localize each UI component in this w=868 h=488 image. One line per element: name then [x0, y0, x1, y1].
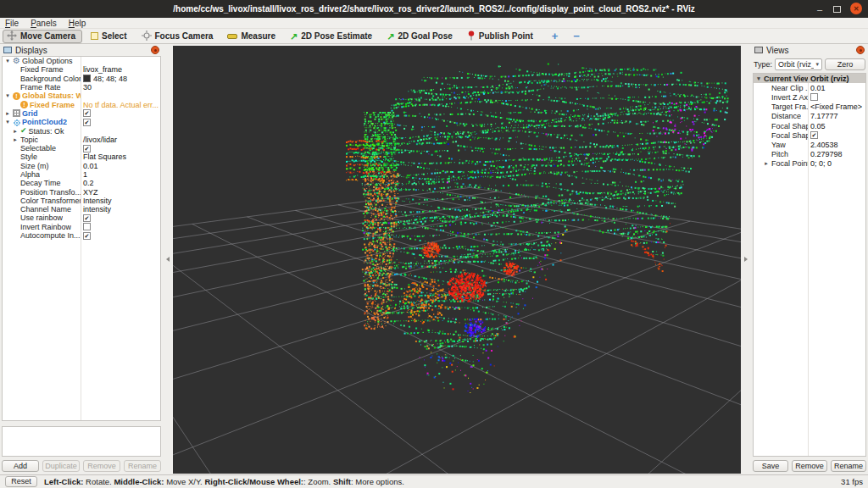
property-value[interactable]: ✔ — [81, 119, 160, 126]
tree-row[interactable]: Alpha1 — [3, 170, 160, 179]
menu-help[interactable]: Help — [69, 19, 86, 28]
collapse-arrow-icon[interactable]: ▾ — [4, 58, 11, 64]
maximize-button[interactable] — [833, 0, 841, 18]
checkbox[interactable]: ✔ — [810, 131, 818, 139]
tree-row[interactable]: ▾⚙Global Options — [3, 57, 160, 65]
tool-focus-camera[interactable]: Focus Camera — [138, 30, 220, 43]
tool-move-camera[interactable]: Move Camera — [3, 30, 82, 43]
tool-measure[interactable]: Measure — [224, 30, 281, 43]
remove-button[interactable]: Remove — [792, 460, 827, 472]
property-value[interactable]: ✔ — [81, 109, 160, 117]
expand-arrow-icon[interactable]: ▸ — [12, 128, 19, 135]
tree-row[interactable]: Autocompute In...✔ — [3, 231, 160, 240]
displays-panel-header[interactable]: Displays — [0, 44, 163, 56]
views-panel-header[interactable]: Views — [751, 44, 868, 56]
tree-row[interactable]: ▾PointCloud2✔ — [3, 118, 160, 126]
remove-tool-button[interactable]: − — [565, 30, 587, 42]
tree-row[interactable]: Position Transfo...XYZ — [3, 187, 160, 196]
close-button[interactable]: ✕ — [850, 3, 862, 14]
property-value[interactable]: Flat Squares — [81, 152, 160, 161]
property-value[interactable]: 2.40538 — [808, 141, 865, 149]
tool-2d-goal-pose[interactable]: ↗2D Goal Pose — [383, 30, 459, 43]
rename-button[interactable]: Rename — [831, 460, 866, 472]
checkbox[interactable]: ✔ — [83, 109, 91, 117]
collapse-arrow-icon[interactable]: ▾ — [4, 119, 11, 125]
3d-viewport[interactable] — [173, 46, 741, 474]
property-value[interactable]: 0.01 — [81, 162, 160, 170]
minimize-button[interactable]: – — [817, 0, 822, 18]
color-swatch[interactable] — [83, 75, 91, 82]
tree-row[interactable]: !Fixed FrameNo tf data. Actual err... — [3, 100, 160, 108]
views-close-icon[interactable] — [856, 46, 865, 54]
tree-row[interactable]: Yaw2.40538 — [754, 140, 865, 149]
tree-row[interactable]: ▸✔Status: Ok — [3, 126, 160, 135]
property-value[interactable]: 0; 0; 0 — [808, 159, 865, 168]
property-value[interactable]: No tf data. Actual err... — [81, 101, 160, 109]
property-value[interactable]: Intensity — [81, 197, 160, 205]
current-view-row[interactable]: ▾Current ViewOrbit (rviz) — [754, 74, 865, 83]
expand-arrow-icon[interactable]: ▸ — [4, 110, 11, 117]
property-value[interactable]: 7.17777 — [808, 112, 865, 120]
tree-row[interactable]: Target Fra...<Fixed Frame> — [754, 103, 865, 112]
left-splitter-handle-icon[interactable] — [166, 257, 170, 262]
tool-select[interactable]: Select — [87, 30, 132, 43]
tree-row[interactable]: Fixed Framelivox_frame — [3, 65, 160, 74]
property-value[interactable]: ✔ — [81, 232, 160, 240]
checkbox[interactable] — [810, 93, 818, 101]
tree-row[interactable]: Channel Nameintensity — [3, 205, 160, 214]
tree-row[interactable]: StyleFlat Squares — [3, 152, 160, 161]
tree-row[interactable]: Color TransformerIntensity — [3, 197, 160, 205]
tree-row[interactable]: Size (m)0.01 — [3, 162, 160, 170]
add-tool-button[interactable]: + — [544, 30, 566, 42]
expand-arrow-icon[interactable]: ▸ — [763, 160, 770, 167]
add-button[interactable]: Add — [2, 460, 39, 472]
tree-row[interactable]: Decay Time0.2 — [3, 179, 160, 187]
left-splitter[interactable] — [163, 44, 173, 474]
expand-arrow-icon[interactable]: ▸ — [12, 136, 19, 143]
tree-row[interactable]: ▾!Global Status: W... — [3, 92, 160, 100]
menu-panels[interactable]: Panels — [31, 19, 57, 28]
property-value[interactable]: 0.05 — [808, 122, 865, 130]
displays-close-icon[interactable] — [151, 46, 159, 54]
property-value[interactable] — [808, 93, 865, 101]
tree-row[interactable]: ▸Topic/livox/lidar — [3, 136, 160, 144]
tree-row[interactable]: Pitch0.279798 — [754, 150, 865, 159]
property-value[interactable]: /livox/lidar — [81, 136, 160, 144]
right-splitter-handle-icon[interactable] — [744, 257, 748, 262]
checkbox[interactable]: ✔ — [83, 145, 91, 152]
tree-row[interactable]: Invert Rainbow — [3, 223, 160, 231]
property-value[interactable]: ✔ — [808, 131, 865, 139]
tree-row[interactable]: Near Clip ...0.01 — [754, 83, 865, 92]
property-value[interactable]: XYZ — [81, 188, 160, 197]
save-button[interactable]: Save — [753, 460, 788, 472]
collapse-arrow-icon[interactable]: ▾ — [755, 75, 762, 82]
collapse-arrow-icon[interactable]: ▾ — [4, 92, 11, 99]
tree-row[interactable]: Frame Rate30 — [3, 83, 160, 92]
property-value[interactable]: intensity — [81, 205, 160, 214]
tree-row[interactable]: Background Color48; 48; 48 — [3, 75, 160, 83]
reset-button[interactable]: Reset — [5, 476, 37, 487]
checkbox[interactable]: ✔ — [83, 214, 91, 222]
property-value[interactable]: 0.279798 — [808, 150, 865, 158]
property-value[interactable]: ✔ — [81, 145, 160, 152]
property-value[interactable]: 48; 48; 48 — [81, 75, 160, 83]
menu-file[interactable]: File — [5, 19, 19, 28]
checkbox[interactable] — [83, 223, 91, 230]
tree-row[interactable]: Focal Shap...0.05 — [754, 121, 865, 130]
zero-button[interactable]: Zero — [825, 58, 865, 70]
tool-2d-pose-estimate[interactable]: ↗2D Pose Estimate — [287, 30, 378, 43]
tree-row[interactable]: Focal Shap...✔ — [754, 130, 865, 140]
right-splitter[interactable] — [741, 44, 751, 474]
property-value[interactable]: 0.2 — [81, 179, 160, 187]
property-value[interactable]: livox_frame — [81, 65, 160, 74]
tree-row[interactable]: Use rainbow✔ — [3, 214, 160, 222]
checkbox[interactable]: ✔ — [83, 232, 91, 240]
property-value[interactable]: 1 — [81, 170, 160, 179]
property-value[interactable] — [81, 223, 160, 230]
tree-row[interactable]: Selectable✔ — [3, 144, 160, 152]
property-value[interactable]: 0.01 — [808, 84, 865, 92]
checkbox[interactable]: ✔ — [83, 119, 91, 126]
property-value[interactable]: <Fixed Frame> — [808, 103, 865, 111]
tool-publish-point[interactable]: Publish Point — [464, 30, 539, 43]
property-value[interactable]: 30 — [81, 83, 160, 92]
